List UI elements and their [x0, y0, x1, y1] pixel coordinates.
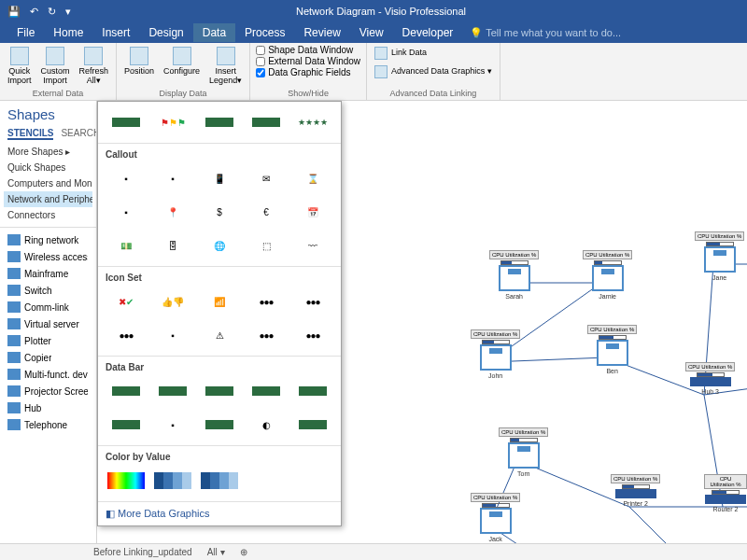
- sheet-name[interactable]: Before Linking_updated: [93, 547, 192, 557]
- shape-ring-network[interactable]: Ring network: [4, 231, 82, 248]
- menu-file[interactable]: File: [7, 23, 44, 42]
- dg-option-phone2[interactable]: ▪: [106, 199, 147, 225]
- dg-option-stars2[interactable]: ▪: [152, 412, 193, 438]
- menu-data[interactable]: Data: [193, 23, 235, 42]
- shape-switch[interactable]: Switch: [4, 282, 55, 299]
- shape-projector-screen[interactable]: Projector Screen: [4, 383, 92, 399]
- shape-comm-link[interactable]: Comm-link: [4, 299, 73, 315]
- dg-option-flags2[interactable]: ▪: [152, 322, 193, 348]
- dg-option-bar5[interactable]: [292, 378, 333, 404]
- dg-option-bar6[interactable]: [106, 412, 147, 438]
- dg-option-bar-split[interactable]: [246, 109, 287, 135]
- stencil-more-shapes-[interactable]: More Shapes ▸: [4, 144, 92, 160]
- ribbon-custom-import[interactable]: CustomImport: [39, 45, 72, 88]
- dg-option-sq[interactable]: ▪: [106, 165, 147, 191]
- dg-option-pies[interactable]: ●●●: [106, 322, 147, 348]
- shape-virtual-server[interactable]: Virtual server: [4, 315, 83, 332]
- ribbon-quick-import[interactable]: QuickImport: [6, 45, 34, 88]
- dg-option-dots1[interactable]: ●●●: [246, 288, 287, 315]
- shape-plotter[interactable]: Plotter: [4, 332, 55, 349]
- dg-option-tiles2[interactable]: [199, 468, 240, 494]
- undo-icon[interactable]: ↶: [30, 6, 38, 18]
- dg-option-signs[interactable]: ⚠: [199, 322, 240, 348]
- shape-copier[interactable]: Copier: [4, 349, 55, 366]
- dg-option-hourglass[interactable]: ⌛: [292, 165, 333, 191]
- dg-option-euro[interactable]: €: [246, 199, 287, 225]
- dg-option-grid2[interactable]: ●●●: [292, 322, 333, 348]
- dg-option-calendar[interactable]: 📅: [292, 199, 333, 225]
- node-Sarah[interactable]: CPU Utilization %Sarah: [489, 250, 539, 300]
- dg-option-gradient[interactable]: [106, 468, 147, 494]
- dg-option-dots2[interactable]: ●●●: [246, 322, 287, 348]
- tell-me-input[interactable]: 💡 Tell me what you want to do...: [470, 27, 621, 39]
- redo-icon[interactable]: ↻: [48, 6, 56, 18]
- node-Jamie[interactable]: CPU Utilization %Jamie: [583, 250, 632, 300]
- ribbon-advanced-data-graphics-[interactable]: Advanced Data Graphics ▾: [373, 63, 494, 80]
- shape-hub[interactable]: Hub: [4, 399, 45, 416]
- node-Hub 3[interactable]: CPU Utilization %Hub 3: [685, 362, 735, 395]
- node-Tom[interactable]: CPU Utilization %Tom: [499, 427, 548, 477]
- dg-option-grid1[interactable]: ●●●: [292, 288, 333, 315]
- dg-option-bar4[interactable]: [246, 378, 287, 404]
- dg-option-money[interactable]: 💵: [106, 232, 147, 259]
- node-Jack[interactable]: CPU Utilization %Jack: [471, 493, 520, 542]
- dg-option-bar7[interactable]: [199, 412, 240, 438]
- ribbon-link-data[interactable]: Link Data: [373, 45, 429, 62]
- tab-stencils[interactable]: STENCILS: [7, 128, 53, 140]
- node-Jane[interactable]: CPU Utilization %Jane: [695, 231, 744, 281]
- dg-option-thumbs[interactable]: 👍👎: [152, 288, 193, 315]
- dg-option-gauge[interactable]: ◐: [246, 412, 287, 438]
- ribbon-refresh-all-[interactable]: RefreshAll▾: [78, 45, 111, 88]
- dg-option-bar-g[interactable]: [106, 109, 147, 135]
- menu-design[interactable]: Design: [139, 23, 192, 42]
- ribbon-configure[interactable]: Configure: [162, 45, 202, 78]
- dg-option-dollar[interactable]: $: [199, 199, 240, 225]
- node-Router 2[interactable]: CPU Utilization %Router 2: [704, 474, 747, 512]
- node-Printer 2[interactable]: CPU Utilization %Printer 2: [611, 474, 660, 507]
- ribbon-insert-legend-[interactable]: InsertLegend▾: [207, 45, 244, 88]
- dg-option-globe[interactable]: 🌐: [199, 232, 240, 259]
- stencil-network-and-periphera[interactable]: Network and Periphera: [4, 191, 92, 207]
- dg-option-tiles[interactable]: [152, 468, 193, 494]
- dg-option-bar8[interactable]: [292, 412, 333, 438]
- menu-developer[interactable]: Developer: [393, 23, 463, 42]
- stencil-computers-and-monitor[interactable]: Computers and Monitor: [4, 175, 92, 191]
- dg-option-bar3[interactable]: [199, 378, 240, 404]
- shape-mainframe[interactable]: Mainframe: [4, 265, 72, 282]
- dg-option-mail[interactable]: ✉: [246, 165, 287, 191]
- check-external-data-window[interactable]: External Data Window: [256, 56, 360, 66]
- dg-option-cpu[interactable]: ⬚: [246, 232, 287, 259]
- menu-process[interactable]: Process: [235, 23, 294, 42]
- save-icon[interactable]: 💾: [7, 6, 21, 18]
- menu-review[interactable]: Review: [294, 23, 349, 42]
- dg-option-bar2[interactable]: [152, 378, 193, 404]
- node-John[interactable]: CPU Utilization %John: [471, 329, 520, 379]
- stencil-connectors[interactable]: Connectors: [4, 207, 92, 223]
- filter[interactable]: All ▾: [207, 547, 225, 557]
- shape-telephone[interactable]: Telephone: [4, 416, 71, 433]
- menu-view[interactable]: View: [350, 23, 393, 42]
- dg-option-rect[interactable]: ▪: [152, 165, 193, 191]
- shape-wireless-access-point[interactable]: Wireless access point: [4, 248, 92, 265]
- add-sheet-icon[interactable]: ⊕: [240, 547, 247, 557]
- menu-home[interactable]: Home: [44, 23, 92, 42]
- tab-search[interactable]: SEARCH: [61, 128, 97, 140]
- shape-multi-funct-device[interactable]: Multi-funct. device: [4, 366, 92, 383]
- dg-option-phone[interactable]: 📱: [199, 165, 240, 191]
- dg-option-wave[interactable]: 〰: [292, 232, 333, 259]
- ribbon-position[interactable]: Position: [122, 45, 156, 78]
- dg-option-stars[interactable]: ★★★★: [292, 109, 333, 135]
- node-Ben[interactable]: CPU Utilization %Ben: [587, 325, 637, 374]
- dg-option-xmark[interactable]: ✖✔: [106, 288, 147, 315]
- dg-option-bar1[interactable]: [106, 378, 147, 404]
- dg-option-bar-o[interactable]: [199, 109, 240, 135]
- dg-option-pin[interactable]: 📍: [152, 199, 193, 225]
- dg-option-flags[interactable]: ⚑⚑⚑: [152, 109, 193, 135]
- dg-option-wifi[interactable]: 📶: [199, 288, 240, 315]
- check-data-graphic-fields[interactable]: Data Graphic Fields: [256, 67, 350, 77]
- dg-option-db[interactable]: 🗄: [152, 232, 193, 259]
- more-data-graphics[interactable]: ◧ More Data Graphics: [98, 502, 341, 525]
- stencil-quick-shapes[interactable]: Quick Shapes: [4, 160, 92, 175]
- check-shape-data-window[interactable]: Shape Data Window: [256, 45, 353, 55]
- menu-insert[interactable]: Insert: [92, 23, 139, 42]
